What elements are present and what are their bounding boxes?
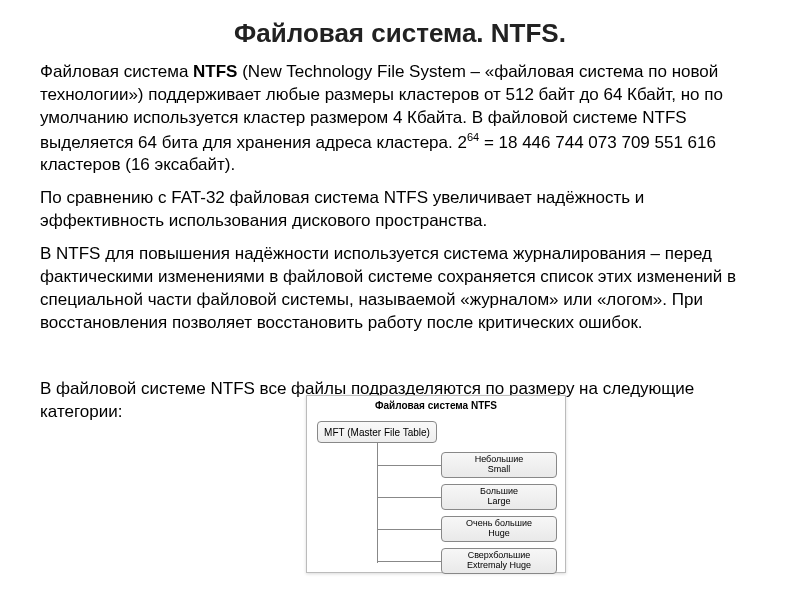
cat-en: Huge <box>488 529 510 539</box>
cat-box-extremely-huge: Сверхбольшие Extremaly Huge <box>441 548 557 574</box>
mft-box: MFT (Master File Table) <box>317 421 437 443</box>
diagram-body: MFT (Master File Table) Небольшие Small … <box>313 415 559 565</box>
tree-branch-1 <box>377 497 441 498</box>
diagram-title: Файловая система NTFS <box>313 400 559 411</box>
paragraph-3: В NTFS для повышения надёжности использу… <box>40 243 760 335</box>
cat-en: Extremaly Huge <box>467 561 531 571</box>
tree-branch-2 <box>377 529 441 530</box>
p1-sup: 64 <box>467 131 479 143</box>
paragraph-1: Файловая система NTFS (New Technology Fi… <box>40 61 760 177</box>
cat-box-large: Большие Large <box>441 484 557 510</box>
tree-branch-3 <box>377 561 441 562</box>
p1-a: Файловая система <box>40 62 193 81</box>
page-title: Файловая система. NTFS. <box>40 18 760 49</box>
tree-trunk <box>377 443 378 563</box>
tree-branch-0 <box>377 465 441 466</box>
paragraph-2: По сравнению с FAT-32 файловая система N… <box>40 187 760 233</box>
cat-en: Large <box>487 497 510 507</box>
ntfs-diagram: Файловая система NTFS MFT (Master File T… <box>306 395 566 573</box>
p1-bold: NTFS <box>193 62 237 81</box>
cat-box-small: Небольшие Small <box>441 452 557 478</box>
slide: Файловая система. NTFS. Файловая система… <box>0 0 800 600</box>
cat-en: Small <box>488 465 511 475</box>
cat-box-huge: Очень большие Huge <box>441 516 557 542</box>
